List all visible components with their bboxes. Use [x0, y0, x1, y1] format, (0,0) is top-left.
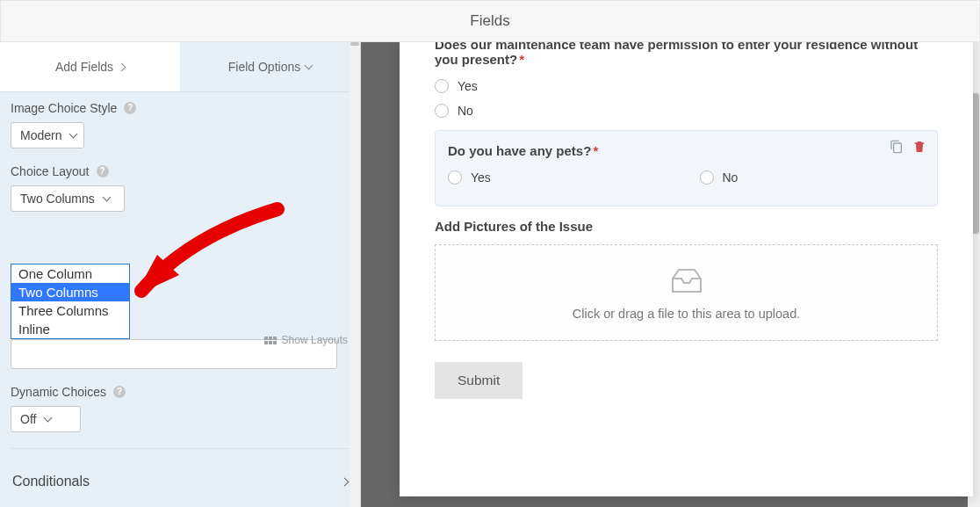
select-choice-layout[interactable]: Two Columns	[11, 185, 125, 212]
duplicate-icon[interactable]	[890, 140, 904, 154]
show-layouts-label: Show Layouts	[282, 334, 348, 346]
accordion-conditionals[interactable]: Conditionals	[11, 461, 349, 496]
sidebar: Add Fields Field Options Image Choice St…	[0, 42, 361, 507]
page-title: Fields	[470, 12, 509, 30]
tab-add-fields-label: Add Fields	[55, 60, 113, 74]
accordion-conditionals-label: Conditionals	[12, 474, 90, 489]
dropdown-option[interactable]: Three Columns	[11, 301, 129, 320]
group-choice-layout: Choice Layout ? Two Columns	[11, 164, 349, 212]
question-pets: Do you have any pets?*	[448, 143, 925, 158]
chevron-down-icon	[69, 130, 78, 139]
select-image-choice-style[interactable]: Modern	[11, 122, 84, 148]
dropdown-option[interactable]: Inline	[11, 320, 129, 338]
required-indicator: *	[519, 52, 524, 67]
radio-icon	[435, 104, 449, 118]
radio-option[interactable]: Yes	[448, 167, 674, 192]
question-permission: Does our maintenance team have permissio…	[435, 42, 938, 67]
field-actions	[890, 140, 926, 154]
dropdown-option[interactable]: Two Columns	[11, 283, 129, 301]
label-dynamic-choices: Dynamic Choices	[11, 385, 106, 399]
file-upload-dropzone[interactable]: Click or drag a file to this area to upl…	[435, 244, 938, 341]
radio-label: No	[458, 104, 473, 118]
page-header: Fields	[0, 0, 980, 42]
preview-area: Does our maintenance team have permissio…	[361, 42, 980, 507]
group-image-choice-style: Image Choice Style ? Modern	[11, 101, 349, 148]
radio-icon	[435, 79, 449, 93]
radio-icon	[700, 170, 714, 185]
tab-field-options-label: Field Options	[228, 60, 300, 74]
tab-add-fields[interactable]: Add Fields	[0, 42, 180, 91]
chevron-down-icon	[102, 193, 111, 202]
sidebar-scrollbar[interactable]	[349, 42, 360, 507]
main: Add Fields Field Options Image Choice St…	[0, 42, 980, 507]
radio-label: No	[723, 170, 739, 185]
chevron-down-icon	[305, 62, 313, 70]
chevron-down-icon	[44, 414, 53, 423]
panel-body: Image Choice Style ? Modern Choice Layou…	[0, 91, 360, 496]
radio-label: Yes	[471, 170, 491, 185]
upload-label: Add Pictures of the Issue	[435, 219, 938, 234]
show-layouts-link[interactable]: Show Layouts	[264, 334, 348, 346]
radio-option[interactable]: No	[700, 167, 926, 192]
selected-field-pets[interactable]: Do you have any pets?* Yes No	[435, 130, 938, 206]
tab-field-options[interactable]: Field Options	[180, 42, 360, 91]
radio-label: Yes	[458, 79, 478, 93]
radio-icon	[448, 170, 462, 185]
chevron-right-icon	[118, 62, 126, 71]
divider	[11, 448, 349, 449]
radio-option[interactable]: Yes	[435, 76, 938, 100]
help-icon[interactable]: ?	[97, 165, 109, 177]
label-choice-layout: Choice Layout	[11, 164, 90, 178]
grid-icon	[264, 337, 277, 344]
radio-option[interactable]: No	[435, 100, 938, 125]
select-dynamic-choices[interactable]: Off	[11, 406, 81, 432]
choice-layout-dropdown: One Column Two Columns Three Columns Inl…	[11, 264, 130, 339]
chevron-right-icon	[341, 477, 349, 486]
help-icon[interactable]: ?	[113, 386, 126, 398]
question-pets-text: Do you have any pets?	[448, 143, 591, 158]
select-image-choice-style-value: Modern	[20, 128, 61, 142]
scrollbar-thumb[interactable]	[350, 42, 359, 46]
select-dynamic-choices-value: Off	[20, 412, 36, 426]
trash-icon[interactable]	[912, 140, 926, 154]
group-dynamic-choices: Dynamic Choices ? Off	[11, 385, 349, 432]
submit-button[interactable]: Submit	[435, 362, 522, 399]
dropdown-option[interactable]: One Column	[11, 264, 129, 283]
sidebar-tabs: Add Fields Field Options	[0, 42, 360, 91]
label-image-choice-style: Image Choice Style	[11, 101, 117, 115]
help-icon[interactable]: ?	[124, 102, 136, 114]
select-choice-layout-value: Two Columns	[20, 192, 95, 206]
question-permission-text: Does our maintenance team have permissio…	[435, 42, 918, 67]
upload-hint: Click or drag a file to this area to upl…	[573, 307, 801, 321]
form-preview: Does our maintenance team have permissio…	[400, 42, 973, 496]
inbox-icon	[670, 268, 703, 294]
required-indicator: *	[593, 143, 598, 158]
